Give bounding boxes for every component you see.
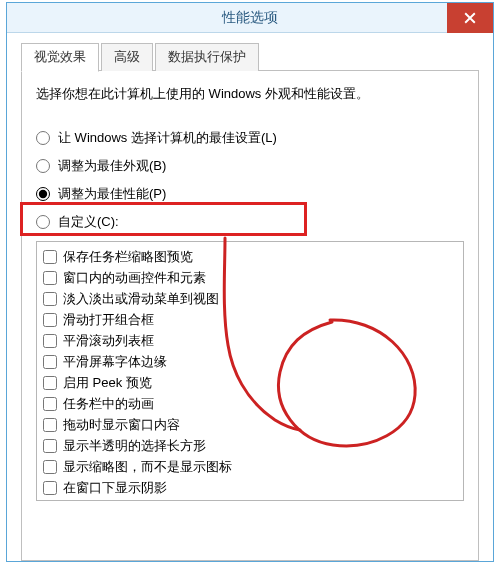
check-smooth-scroll[interactable] — [43, 334, 57, 348]
check-translucent-rect[interactable] — [43, 439, 57, 453]
close-button[interactable] — [447, 3, 493, 33]
radio-best-performance-input[interactable] — [36, 187, 50, 201]
check-smooth-font[interactable] — [43, 355, 57, 369]
check-row[interactable]: 显示缩略图，而不是显示图标 — [43, 456, 457, 477]
radio-best-appearance[interactable]: 调整为最佳外观(B) — [36, 157, 464, 175]
check-label: 拖动时显示窗口内容 — [63, 416, 180, 434]
check-row[interactable]: 窗口内的动画控件和元素 — [43, 267, 457, 288]
tab-visual-effects[interactable]: 视觉效果 — [21, 43, 99, 72]
check-label: 平滑屏幕字体边缘 — [63, 353, 167, 371]
radio-best-performance[interactable]: 调整为最佳性能(P) — [36, 185, 464, 203]
check-window-shadow[interactable] — [43, 481, 57, 495]
radio-best-appearance-input[interactable] — [36, 159, 50, 173]
performance-options-dialog: 性能选项 视觉效果 高级 数据执行保护 选择你想在此计算机上使用的 Window… — [6, 2, 494, 562]
check-label: 平滑滚动列表框 — [63, 332, 154, 350]
effects-checklist[interactable]: 保存任务栏缩略图预览 窗口内的动画控件和元素 淡入淡出或滑动菜单到视图 滑动打开… — [36, 241, 464, 501]
check-label: 保存任务栏缩略图预览 — [63, 248, 193, 266]
radio-custom[interactable]: 自定义(C): — [36, 213, 464, 231]
check-thumb-icons[interactable] — [43, 460, 57, 474]
check-row[interactable]: 启用 Peek 预览 — [43, 372, 457, 393]
radio-custom-input[interactable] — [36, 215, 50, 229]
check-row[interactable]: 拖动时显示窗口内容 — [43, 414, 457, 435]
check-row[interactable]: 在窗口下显示阴影 — [43, 477, 457, 498]
check-label: 窗口内的动画控件和元素 — [63, 269, 206, 287]
radio-custom-label: 自定义(C): — [58, 213, 119, 231]
check-label: 任务栏中的动画 — [63, 395, 154, 413]
check-row[interactable]: 平滑屏幕字体边缘 — [43, 351, 457, 372]
tab-advanced[interactable]: 高级 — [101, 43, 153, 71]
check-drag-content[interactable] — [43, 418, 57, 432]
check-taskbar-thumb[interactable] — [43, 250, 57, 264]
close-icon — [464, 12, 476, 24]
titlebar: 性能选项 — [7, 3, 493, 33]
check-row[interactable]: 滑动打开组合框 — [43, 309, 457, 330]
check-label: 启用 Peek 预览 — [63, 374, 152, 392]
check-label: 淡入淡出或滑动菜单到视图 — [63, 290, 219, 308]
check-label: 在窗口下显示阴影 — [63, 479, 167, 497]
client-area: 视觉效果 高级 数据执行保护 选择你想在此计算机上使用的 Windows 外观和… — [7, 33, 493, 561]
tabstrip: 视觉效果 高级 数据执行保护 — [21, 43, 479, 71]
check-taskbar-anim[interactable] — [43, 397, 57, 411]
check-row[interactable]: 淡入淡出或滑动菜单到视图 — [43, 288, 457, 309]
intro-text: 选择你想在此计算机上使用的 Windows 外观和性能设置。 — [36, 85, 464, 103]
tab-dep[interactable]: 数据执行保护 — [155, 43, 259, 71]
radio-let-windows-choose-input[interactable] — [36, 131, 50, 145]
tabpanel-visual-effects: 选择你想在此计算机上使用的 Windows 外观和性能设置。 让 Windows… — [21, 71, 479, 561]
check-label: 显示缩略图，而不是显示图标 — [63, 458, 232, 476]
check-fade-menu[interactable] — [43, 292, 57, 306]
radio-let-windows-choose-label: 让 Windows 选择计算机的最佳设置(L) — [58, 129, 277, 147]
check-slide-combo[interactable] — [43, 313, 57, 327]
check-row[interactable]: 显示半透明的选择长方形 — [43, 435, 457, 456]
radio-let-windows-choose[interactable]: 让 Windows 选择计算机的最佳设置(L) — [36, 129, 464, 147]
radio-best-appearance-label: 调整为最佳外观(B) — [58, 157, 166, 175]
check-window-anim[interactable] — [43, 271, 57, 285]
window-title: 性能选项 — [222, 9, 278, 27]
check-row[interactable]: 任务栏中的动画 — [43, 393, 457, 414]
check-label: 显示半透明的选择长方形 — [63, 437, 206, 455]
radio-best-performance-label: 调整为最佳性能(P) — [58, 185, 166, 203]
check-row[interactable]: 保存任务栏缩略图预览 — [43, 246, 457, 267]
check-label: 滑动打开组合框 — [63, 311, 154, 329]
check-peek[interactable] — [43, 376, 57, 390]
check-row[interactable]: 平滑滚动列表框 — [43, 330, 457, 351]
